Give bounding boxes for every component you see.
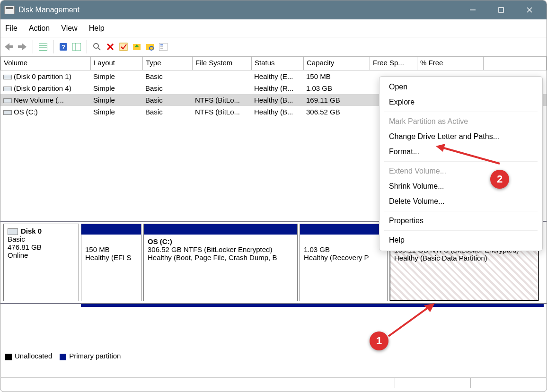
svg-marker-4 — [5, 43, 13, 51]
col-filesystem[interactable]: File System — [193, 57, 252, 70]
list-view-icon[interactable] — [71, 42, 82, 52]
drive-icon — [3, 110, 12, 115]
svg-point-13 — [94, 44, 98, 48]
annotation-badge-1: 1 — [370, 331, 388, 350]
drive-icon — [3, 98, 12, 103]
back-icon[interactable] — [4, 42, 15, 52]
separator — [53, 40, 53, 53]
svg-rect-1 — [499, 8, 503, 12]
disk-size: 476.81 GB — [8, 243, 75, 251]
menu-action[interactable]: Action — [29, 24, 50, 33]
svg-rect-22 — [159, 43, 168, 51]
volume-table-header: Volume Layout Type File System Status Ca… — [0, 56, 547, 70]
disk-type: Basic — [8, 235, 75, 243]
separator — [384, 230, 538, 231]
svg-rect-6 — [39, 43, 47, 51]
disk-info-panel[interactable]: Disk 0 Basic 476.81 GB Online — [3, 224, 79, 301]
help-icon[interactable]: ? — [58, 42, 69, 52]
svg-marker-5 — [18, 43, 26, 51]
partition-color-bar — [144, 224, 297, 235]
separator — [384, 112, 538, 112]
partition-box[interactable]: 150 MBHealthy (EFI S — [81, 224, 141, 301]
drive-icon — [3, 87, 12, 91]
annotation-badge-2: 2 — [490, 170, 509, 189]
maximize-button[interactable] — [495, 4, 507, 16]
disk-icon — [8, 228, 18, 235]
separator — [87, 40, 87, 53]
search-icon[interactable] — [92, 42, 102, 52]
annotation-arrow-1 — [384, 298, 441, 341]
svg-text:?: ? — [62, 44, 65, 51]
cm-delete[interactable]: Delete Volume... — [379, 194, 542, 209]
forward-icon[interactable] — [18, 42, 28, 52]
col-type[interactable]: Type — [143, 57, 193, 70]
disk-state: Online — [8, 251, 75, 259]
col-volume[interactable]: Volume — [1, 57, 91, 70]
window-title: Disk Management — [18, 6, 79, 14]
cm-explore[interactable]: Explore — [379, 95, 542, 110]
col-freespace[interactable]: Free Sp... — [370, 57, 417, 70]
legend-primary: Primary partition — [60, 352, 121, 360]
separator — [33, 40, 33, 53]
delete-icon[interactable] — [105, 42, 115, 52]
cm-shrink[interactable]: Shrink Volume... — [379, 179, 542, 194]
annotation-arrow-2 — [433, 142, 504, 166]
svg-line-28 — [388, 305, 431, 336]
app-icon — [4, 6, 15, 14]
legend-unallocated: Unallocated — [5, 352, 52, 360]
cm-properties[interactable]: Properties — [379, 213, 542, 228]
svg-line-14 — [98, 48, 100, 50]
svg-marker-27 — [436, 144, 445, 152]
close-button[interactable] — [524, 4, 535, 16]
disk-label: Disk 0 — [21, 227, 42, 235]
separator — [384, 211, 538, 211]
svg-marker-29 — [424, 303, 435, 312]
col-status[interactable]: Status — [252, 57, 304, 70]
properties-icon[interactable] — [158, 42, 168, 52]
check-icon[interactable] — [118, 42, 129, 52]
find-icon[interactable] — [145, 42, 155, 52]
svg-rect-17 — [120, 43, 127, 51]
menu-help[interactable]: Help — [89, 24, 105, 33]
col-pctfree[interactable]: % Free — [417, 57, 484, 70]
col-layout[interactable]: Layout — [91, 57, 143, 70]
cm-open[interactable]: Open — [379, 79, 542, 95]
cm-help[interactable]: Help — [379, 233, 542, 248]
partition-box[interactable]: 1.03 GBHealthy (Recovery P — [300, 224, 388, 301]
status-bar — [1, 377, 546, 388]
menu-view[interactable]: View — [61, 24, 77, 33]
cm-mark-active: Mark Partition as Active — [379, 114, 542, 129]
drive-icon — [3, 75, 12, 79]
partition-color-bar — [81, 224, 141, 235]
partition-box[interactable]: OS (C:)306.52 GB NTFS (BitLocker Encrypt… — [143, 224, 298, 301]
col-capacity[interactable]: Capacity — [304, 57, 370, 70]
table-view-icon[interactable] — [38, 42, 48, 52]
partition-color-bar — [300, 224, 387, 235]
minimize-button[interactable] — [467, 4, 478, 16]
svg-line-26 — [441, 147, 500, 164]
svg-rect-11 — [72, 43, 81, 51]
up-icon[interactable] — [132, 42, 142, 52]
menu-file[interactable]: File — [5, 24, 18, 33]
